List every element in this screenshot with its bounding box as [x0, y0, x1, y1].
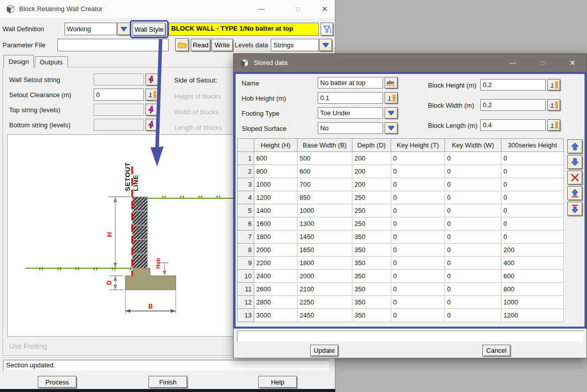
row-number-cell[interactable]: 9 — [238, 257, 254, 270]
table-cell[interactable]: 0 — [391, 309, 445, 322]
table-cell[interactable]: 0 — [445, 152, 501, 165]
table-cell[interactable]: 1600 — [254, 217, 298, 230]
table-cell[interactable]: 800 — [501, 283, 564, 296]
wall-style-value[interactable]: BLOCK WALL - TYPE 1/No batter at top — [169, 23, 319, 36]
dialog-titlebar[interactable]: 12 Stored data — □ ✕ — [234, 54, 586, 72]
table-cell[interactable]: 200 — [501, 244, 564, 257]
footing-type-dropdown-button[interactable] — [385, 107, 398, 119]
table-cell[interactable]: 0 — [445, 191, 501, 204]
name-abc-button[interactable]: abc — [385, 77, 398, 89]
wall-style-filter-button[interactable] — [321, 23, 333, 36]
table-cell[interactable]: 1200 — [254, 191, 298, 204]
table-cell[interactable]: 350 — [352, 270, 391, 283]
table-cell[interactable]: 0 — [445, 244, 501, 257]
table-cell[interactable]: 2100 — [298, 283, 352, 296]
table-cell[interactable]: 2000 — [254, 244, 298, 257]
wall-setout-pick-button[interactable] — [145, 73, 159, 86]
table-cell[interactable]: 0 — [391, 296, 445, 309]
tab-outputs[interactable]: Outputs — [35, 56, 68, 67]
block-height-measure-button[interactable] — [547, 79, 560, 91]
table-cell[interactable]: 0 — [501, 152, 564, 165]
row-number-cell[interactable]: 8 — [238, 244, 254, 257]
finish-button[interactable]: Finish — [149, 376, 187, 388]
table-cell[interactable]: 3000 — [254, 309, 298, 322]
block-length-input[interactable] — [480, 119, 546, 131]
minimize-icon[interactable]: — — [253, 3, 270, 15]
table-cell[interactable]: 1650 — [298, 244, 352, 257]
table-cell[interactable]: 0 — [391, 257, 445, 270]
row-number-cell[interactable]: 1 — [238, 152, 254, 165]
table-cell[interactable]: 0 — [445, 296, 501, 309]
hob-height-measure-button[interactable] — [385, 92, 398, 104]
table-cell[interactable]: 0 — [445, 270, 501, 283]
table-cell[interactable]: 1800 — [298, 257, 352, 270]
table-cell[interactable]: 600 — [254, 152, 298, 165]
close-icon[interactable]: ✕ — [316, 3, 333, 15]
sloped-surface-dropdown-button[interactable] — [385, 122, 398, 134]
row-number-cell[interactable]: 2 — [238, 165, 254, 178]
table-cell[interactable]: 250 — [352, 191, 391, 204]
row-number-cell[interactable]: 13 — [238, 309, 254, 322]
cancel-button[interactable]: Cancel — [482, 345, 510, 356]
table-cell[interactable]: 200 — [352, 178, 391, 191]
table-cell[interactable]: 350 — [352, 296, 391, 309]
parameter-file-input[interactable] — [57, 39, 169, 51]
table-cell[interactable]: 2450 — [298, 309, 352, 322]
browse-folder-button[interactable] — [175, 38, 189, 51]
table-cell[interactable]: 0 — [445, 283, 501, 296]
sloped-surface-input[interactable] — [318, 122, 383, 134]
table-cell[interactable]: 0 — [501, 178, 564, 191]
table-cell[interactable]: 2200 — [254, 257, 298, 270]
table-cell[interactable]: 2000 — [298, 270, 352, 283]
table-cell[interactable]: 0 — [391, 217, 445, 230]
table-cell[interactable]: 350 — [352, 230, 391, 244]
levels-data-dropdown-button[interactable] — [319, 39, 332, 51]
maximize-icon[interactable]: □ — [289, 3, 307, 15]
table-cell[interactable]: 350 — [352, 283, 391, 296]
table-cell[interactable]: 1300 — [298, 217, 352, 230]
block-length-measure-button[interactable] — [547, 119, 560, 131]
bottom-string-pick-button[interactable] — [145, 119, 159, 131]
setout-clearance-input[interactable] — [94, 89, 144, 101]
table-cell[interactable]: 200 — [352, 152, 391, 165]
top-string-pick-button[interactable] — [145, 104, 159, 116]
wall-style-button[interactable]: Wall Style — [132, 23, 166, 36]
write-button[interactable]: Write — [211, 39, 233, 51]
table-cell[interactable]: 250 — [352, 204, 391, 217]
table-cell[interactable]: 0 — [445, 217, 501, 230]
row-number-cell[interactable]: 12 — [238, 296, 254, 309]
table-cell[interactable]: 1000 — [254, 178, 298, 191]
row-number-cell[interactable]: 7 — [238, 230, 254, 244]
table-cell[interactable]: 0 — [391, 230, 445, 244]
table-cell[interactable]: 1450 — [298, 230, 352, 244]
block-width-input[interactable] — [480, 99, 546, 111]
table-cell[interactable]: 0 — [391, 204, 445, 217]
table-cell[interactable]: 2800 — [254, 296, 298, 309]
table-cell[interactable]: 800 — [254, 165, 298, 178]
table-cell[interactable]: 0 — [391, 244, 445, 257]
table-cell[interactable]: 350 — [352, 257, 391, 270]
table-cell[interactable]: 0 — [445, 204, 501, 217]
table-cell[interactable]: 700 — [298, 178, 352, 191]
block-height-input[interactable] — [480, 79, 546, 91]
row-move-bottom-button[interactable] — [567, 202, 582, 216]
main-titlebar[interactable]: 12 Block Retaining Wall Creator — □ ✕ — [0, 0, 335, 18]
table-cell[interactable]: 2400 — [254, 270, 298, 283]
table-cell[interactable]: 0 — [391, 152, 445, 165]
table-cell[interactable]: 0 — [445, 257, 501, 270]
row-number-cell[interactable]: 6 — [238, 217, 254, 230]
row-number-cell[interactable]: 10 — [238, 270, 254, 283]
table-cell[interactable]: 1200 — [501, 309, 564, 322]
table-cell[interactable]: 2250 — [298, 296, 352, 309]
table-cell[interactable]: 0 — [445, 165, 501, 178]
table-cell[interactable]: 500 — [298, 152, 352, 165]
table-cell[interactable]: 400 — [501, 257, 564, 270]
table-cell[interactable]: 200 — [352, 165, 391, 178]
table-cell[interactable]: 0 — [391, 270, 445, 283]
table-cell[interactable]: 850 — [298, 191, 352, 204]
row-number-cell[interactable]: 3 — [238, 178, 254, 191]
stored-data-table[interactable]: Height (H)Base Width (B)Depth (D)Key Hei… — [237, 138, 564, 322]
setout-clearance-measure-button[interactable] — [145, 89, 159, 101]
table-cell[interactable]: 0 — [501, 204, 564, 217]
table-cell[interactable]: 1400 — [254, 204, 298, 217]
